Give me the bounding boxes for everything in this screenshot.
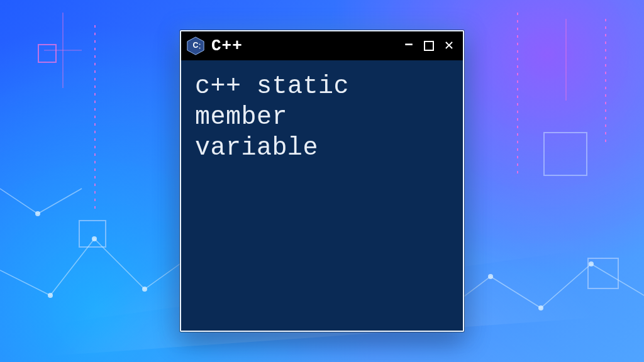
window-title: C++ — [211, 36, 395, 55]
bg-square — [543, 132, 587, 176]
maximize-button[interactable] — [421, 36, 436, 55]
cpp-hex-icon: C + + — [186, 36, 205, 55]
svg-text:C: C — [193, 41, 199, 50]
console-window: C + + C++ – ✕ c++ static member variable — [180, 30, 464, 332]
bg-square — [38, 44, 57, 63]
titlebar[interactable]: C + + C++ – ✕ — [181, 31, 463, 60]
bg-square — [79, 220, 106, 248]
svg-text:+: + — [199, 46, 201, 50]
minimize-button[interactable]: – — [401, 35, 416, 53]
bg-dots — [517, 13, 518, 176]
bg-dots — [605, 19, 606, 145]
console-body: c++ static member variable — [181, 60, 463, 331]
window-controls: – ✕ — [401, 36, 457, 55]
bg-square — [587, 258, 619, 289]
bg-dots — [94, 25, 96, 214]
close-button[interactable]: ✕ — [441, 36, 457, 55]
